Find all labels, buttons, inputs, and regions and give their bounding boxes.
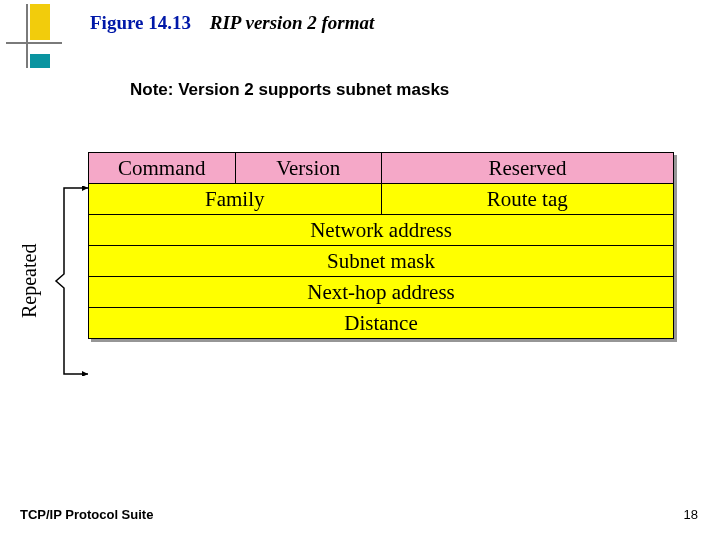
cell-nexthop-address: Next-hop address xyxy=(89,277,673,307)
repeated-bracket: Repeated xyxy=(22,186,88,376)
slide-bullet-mark xyxy=(6,4,66,74)
rip-format-diagram: Command Version Reserved Family Route ta… xyxy=(88,152,674,339)
diagram-row-1: Command Version Reserved xyxy=(88,152,674,183)
note-text: Note: Version 2 supports subnet masks xyxy=(130,80,449,100)
cell-network-address: Network address xyxy=(89,215,673,245)
cell-reserved: Reserved xyxy=(381,153,673,183)
figure-heading: Figure 14.13 RIP version 2 format xyxy=(90,12,374,34)
diagram-row-5: Next-hop address xyxy=(88,276,674,307)
cell-route-tag: Route tag xyxy=(381,184,674,214)
mark-gold xyxy=(30,4,50,40)
repeated-label: Repeated xyxy=(18,186,38,376)
brace-path xyxy=(56,188,74,374)
diagram-row-4: Subnet mask xyxy=(88,245,674,276)
figure-title: RIP version 2 format xyxy=(210,12,375,33)
mark-hline xyxy=(6,42,62,44)
diagram-row-6: Distance xyxy=(88,307,674,339)
cell-family: Family xyxy=(89,184,381,214)
page-number: 18 xyxy=(684,507,698,522)
mark-teal xyxy=(30,54,50,68)
diagram-row-3: Network address xyxy=(88,214,674,245)
mark-vline xyxy=(26,4,28,68)
figure-number: Figure 14.13 xyxy=(90,12,191,33)
cell-version: Version xyxy=(235,153,382,183)
bracket-svg xyxy=(44,186,88,376)
cell-distance: Distance xyxy=(89,308,673,338)
footer-left: TCP/IP Protocol Suite xyxy=(20,507,153,522)
cell-command: Command xyxy=(89,153,235,183)
diagram-row-2: Family Route tag xyxy=(88,183,674,214)
cell-subnet-mask: Subnet mask xyxy=(89,246,673,276)
